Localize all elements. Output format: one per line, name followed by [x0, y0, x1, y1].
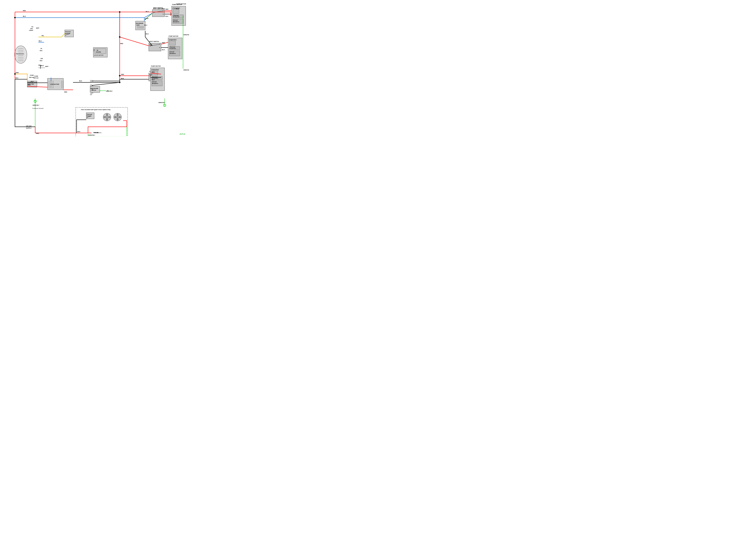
- svg-text:RED: RED: [162, 8, 165, 10]
- svg-text:GRN/YEL*: GRN/YEL*: [33, 104, 40, 106]
- svg-text:BLK: BLK: [15, 77, 18, 79]
- svg-point-103: [117, 116, 118, 118]
- svg-point-53: [150, 46, 150, 46]
- svg-text:TO: TO: [31, 26, 33, 28]
- svg-text:Circuit: Circuit: [152, 81, 157, 83]
- svg-text:SUPPLY: SUPPLY: [26, 127, 32, 129]
- svg-point-48: [163, 10, 164, 11]
- svg-text:RED: RED: [28, 84, 31, 86]
- svg-text:BLK: BLK: [146, 33, 149, 35]
- svg-text:WHT: WHT: [45, 66, 48, 67]
- svg-text:WHT: WHT: [36, 27, 39, 29]
- svg-text:GRN/YEL*: GRN/YEL*: [183, 34, 189, 36]
- svg-text:Thermal: Thermal: [87, 114, 92, 115]
- svg-point-54: [159, 44, 160, 45]
- svg-text:BLU: BLU: [23, 15, 26, 17]
- svg-line-163: [164, 104, 165, 106]
- svg-text:(Capacitor): (Capacitor): [151, 69, 159, 70]
- svg-text:SPDT SWITCH: SPDT SWITCH: [149, 41, 159, 42]
- svg-text:GRN/YEL*: GRN/YEL*: [158, 102, 165, 103]
- svg-text:BLK: BLK: [41, 65, 44, 66]
- svg-point-107: [97, 132, 98, 133]
- svg-text:(Capacitor): (Capacitor): [169, 39, 177, 40]
- svg-text:Breakers: Breakers: [152, 83, 158, 84]
- svg-point-106: [95, 132, 96, 133]
- svg-point-101: [106, 116, 108, 118]
- svg-text:Switch: Switch: [87, 115, 91, 117]
- svg-text:CONTACTOR: CONTACTOR: [50, 83, 59, 85]
- svg-text:L1: L1: [92, 92, 93, 94]
- svg-text:VAC: VAC: [40, 50, 43, 51]
- svg-point-173: [119, 11, 120, 13]
- svg-point-176: [119, 82, 120, 83]
- svg-text:24: 24: [40, 48, 42, 49]
- svg-text:Protector: Protector: [173, 16, 180, 18]
- svg-text:RED: RED: [162, 42, 165, 43]
- svg-text:Circuit: Circuit: [170, 51, 174, 53]
- svg-text:Thermal: Thermal: [65, 31, 71, 33]
- svg-text:GRN/YEL*: GRN/YEL*: [106, 90, 113, 92]
- svg-text:RED: RED: [64, 91, 67, 93]
- svg-point-105: [94, 132, 95, 133]
- svg-text:PUMP MOTOR: PUMP MOTOR: [151, 65, 161, 67]
- svg-point-27: [65, 35, 66, 36]
- svg-text:BLU: BLU: [39, 40, 42, 42]
- svg-text:RED: RED: [121, 74, 124, 75]
- svg-text:HOURS: HOURS: [96, 51, 101, 53]
- svg-text:RED: RED: [23, 10, 26, 11]
- watermark: ArtFull: [179, 133, 185, 135]
- svg-text:SOLENOID: SOLENOID: [136, 23, 143, 24]
- svg-rect-44: [152, 10, 165, 17]
- svg-text:BLK: BLK: [79, 80, 82, 82]
- svg-point-151: [107, 90, 108, 91]
- svg-point-175: [119, 75, 120, 76]
- svg-text:FUSE: FUSE: [34, 75, 38, 77]
- svg-point-129: [90, 93, 92, 95]
- svg-text:RED: RED: [36, 133, 39, 134]
- svg-text:RED: RED: [149, 44, 152, 46]
- svg-text:VAC: VAC: [40, 60, 43, 61]
- svg-text:300 mA: 300 mA: [29, 77, 34, 78]
- svg-rect-92: [76, 107, 128, 136]
- svg-text:RED: RED: [165, 8, 168, 10]
- svg-text:BLK: BLK: [165, 15, 168, 17]
- svg-point-178: [14, 17, 16, 18]
- svg-text:300 mA: 300 mA: [33, 77, 39, 79]
- svg-rect-65: [173, 9, 179, 14]
- svg-text:BLK: BLK: [162, 49, 165, 51]
- svg-text:SPDT SWITCH: SPDT SWITCH: [153, 8, 163, 10]
- svg-point-99: [91, 116, 91, 116]
- svg-text:230 VAC: 230 VAC: [26, 125, 32, 127]
- svg-point-34: [93, 49, 95, 51]
- svg-text:24V: 24V: [30, 28, 33, 29]
- svg-rect-75: [169, 41, 175, 45]
- svg-point-128: [90, 89, 92, 91]
- svg-point-47: [153, 12, 154, 13]
- svg-text:BLU: BLU: [144, 24, 147, 26]
- svg-text:Circuit: Circuit: [173, 19, 178, 21]
- svg-text:BLK: BLK: [176, 8, 179, 10]
- svg-text:RED: RED: [152, 71, 155, 73]
- svg-point-28: [70, 33, 70, 34]
- svg-text:BLU: BLU: [146, 11, 149, 12]
- svg-text:Breakers: Breakers: [170, 53, 176, 54]
- svg-text:Protector: Protector: [170, 48, 176, 49]
- svg-text:ORN: ORN: [15, 72, 19, 73]
- svg-text:GRN/YEL*: GRN/YEL*: [88, 134, 95, 136]
- svg-point-55: [159, 47, 160, 48]
- svg-point-127: [90, 84, 92, 86]
- svg-text:Breakers: Breakers: [173, 21, 179, 23]
- svg-point-177: [14, 73, 16, 75]
- svg-text:RED: RED: [120, 43, 123, 44]
- svg-text:BLK: BLK: [31, 81, 34, 82]
- svg-text:230V: 230V: [136, 24, 140, 26]
- svg-text:Fans Included with Quiet Cover: Fans Included with Quiet Cover Option On…: [81, 109, 111, 110]
- svg-text:RED: RED: [149, 74, 152, 76]
- svg-text:LIGHT: LIGHT: [29, 30, 33, 31]
- svg-point-114: [145, 19, 146, 20]
- svg-text:00: 00: [97, 49, 98, 51]
- svg-point-126: [90, 80, 92, 82]
- svg-text:PUMP MOTOR: PUMP MOTOR: [176, 3, 186, 5]
- svg-text:YEL: YEL: [41, 35, 44, 36]
- svg-text:*Common Ground: *Common Ground: [32, 108, 43, 109]
